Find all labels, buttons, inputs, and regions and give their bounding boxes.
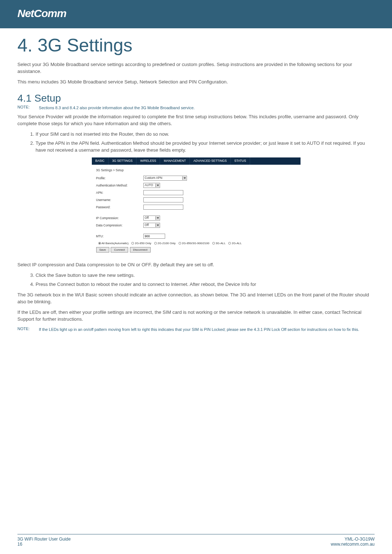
radio-icon[interactable] <box>212 242 215 245</box>
wui-profile-select[interactable]: Custom APN <box>143 176 187 181</box>
body-paragraph: Select IP compression and Data compressi… <box>17 261 375 268</box>
wui-label-ipcomp: IP Compression: <box>96 216 143 220</box>
body-paragraph: The 3G network box in the WUI Basic scre… <box>17 291 375 305</box>
wui-tab-bar: BASIC 3G SETTINGS WIRELESS MANAGEMENT AD… <box>92 157 301 165</box>
radio-icon[interactable] <box>98 242 101 245</box>
radio-icon[interactable] <box>131 242 134 245</box>
disconnect-button[interactable]: Disconnect <box>130 247 151 253</box>
wui-label-apn: APN: <box>96 191 143 194</box>
radio-label: 2G-850/3G-900/2100 <box>182 242 209 245</box>
page-content: 4. 3G Settings Select your 3G Mobile Bro… <box>0 35 392 332</box>
wui-button-row: Save Connect Disconnect <box>96 247 296 253</box>
list-item: Type the APN in the APN field. Authentic… <box>36 140 375 153</box>
steps-list-2: Click the Save button to save the new se… <box>36 272 375 288</box>
wui-auth-select[interactable]: AUTO <box>143 183 160 188</box>
note-label: NOTE: <box>17 105 38 109</box>
radio-label: All Bands(Automatic) <box>102 242 129 245</box>
footer-divider <box>17 534 375 534</box>
list-item: Click the Save button to save the new se… <box>36 272 375 279</box>
wui-body: 3G Settings > Setup Profile: Custom APN … <box>92 165 301 256</box>
page-title: 4. 3G Settings <box>17 35 375 56</box>
chevron-down-icon <box>155 223 159 227</box>
footer-right: YML-O-3G19W www.netcomm.com.au <box>331 537 375 547</box>
steps-list-1: If your SIM card is not inserted into th… <box>36 131 375 153</box>
footer-page-number: 16 <box>17 542 71 547</box>
chevron-down-icon <box>182 176 186 180</box>
radio-label: 3G-ALL <box>216 242 225 245</box>
list-item: If your SIM card is not inserted into th… <box>36 131 375 138</box>
wui-tab[interactable]: ADVANCED SETTINGS <box>190 157 230 165</box>
wui-datacomp-select[interactable]: Off <box>143 223 160 228</box>
wui-tab[interactable]: WIRELESS <box>136 157 160 165</box>
wui-label-password: Password: <box>96 205 143 209</box>
note-2: NOTE: If the LEDs light up in an on/off … <box>17 327 375 333</box>
wui-label-username: Username: <box>96 198 143 202</box>
wui-label-auth: Authentication Method: <box>96 184 143 187</box>
wui-tab[interactable]: BASIC <box>92 157 109 165</box>
wui-apn-input[interactable] <box>143 190 183 195</box>
body-paragraph: If the LEDs are off, then either your pr… <box>17 309 375 323</box>
intro-paragraph-2: This menu includes 3G Mobile Broadband s… <box>17 78 375 85</box>
wui-password-input[interactable] <box>143 205 183 210</box>
radio-icon[interactable] <box>228 242 231 245</box>
footer-doc-title: 3G WiFi Router User Guide <box>17 537 71 542</box>
save-button[interactable]: Save <box>96 247 109 253</box>
wui-label-datacomp: Data Compression: <box>96 223 143 227</box>
note-label: NOTE: <box>17 327 38 331</box>
wui-mtu-input[interactable] <box>143 234 165 239</box>
connect-button[interactable]: Connect <box>111 247 128 253</box>
wui-ipcomp-select[interactable]: Off <box>143 216 160 221</box>
wui-tab[interactable]: 3G SETTINGS <box>109 157 136 165</box>
page-footer: 3G WiFi Router User Guide 16 YML-O-3G19W… <box>17 537 375 547</box>
wui-label-profile: Profile: <box>96 176 143 180</box>
body-paragraph: Your Service Provider will provide the i… <box>17 113 375 127</box>
wui-screenshot: BASIC 3G SETTINGS WIRELESS MANAGEMENT AD… <box>92 157 301 256</box>
footer-url: www.netcomm.com.au <box>331 542 375 547</box>
radio-label: 2G-ALL <box>232 242 242 245</box>
list-item: Press the Connect button to reboot the r… <box>36 281 375 288</box>
radio-icon[interactable] <box>154 242 157 245</box>
wui-breadcrumb: 3G Settings > Setup <box>96 168 296 172</box>
radio-icon[interactable] <box>179 242 181 245</box>
section-heading: 4.1 Setup <box>17 93 375 104</box>
radio-label: 2G-2100 Only <box>158 242 176 245</box>
intro-paragraph-1: Select your 3G Mobile Broadband service … <box>17 61 375 75</box>
brand-header: NetComm <box>0 0 392 28</box>
chevron-down-icon <box>155 216 159 220</box>
chevron-down-icon <box>155 184 159 187</box>
wui-tab[interactable]: MANAGEMENT <box>160 157 190 165</box>
footer-doc-code: YML-O-3G19W <box>331 537 375 542</box>
brand-logo: NetComm <box>17 7 392 20</box>
note-text: If the LEDs light up in an on/off patter… <box>39 327 366 333</box>
radio-label: 2G-850 Only <box>135 242 151 245</box>
note-1: NOTE: Sections 8.3 and 8.4.2 also provid… <box>17 105 375 111</box>
wui-tab[interactable]: STATUS <box>231 157 250 165</box>
note-text: Sections 8.3 and 8.4.2 also provide info… <box>39 105 366 111</box>
wui-label-mtu: MTU: <box>96 234 143 238</box>
footer-left: 3G WiFi Router User Guide 16 <box>17 537 71 547</box>
wui-username-input[interactable] <box>143 197 183 202</box>
wui-band-radios: All Bands(Automatic) 2G-850 Only 2G-2100… <box>96 242 296 245</box>
